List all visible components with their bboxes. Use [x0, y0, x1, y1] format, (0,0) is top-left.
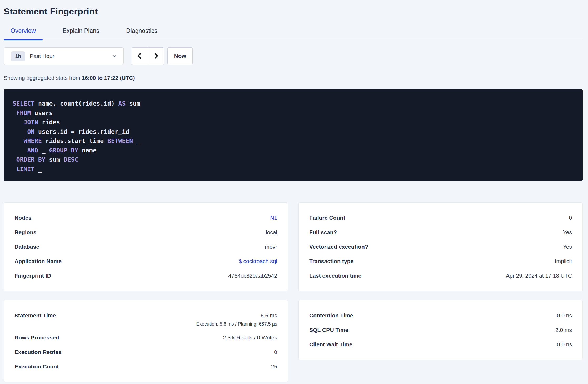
stat-row: Last execution timeApr 29, 2024 at 17:18…: [299, 268, 582, 283]
sql-code-line: ON users.id = rides.rider_id: [13, 127, 574, 137]
stat-row: Execution Count25: [4, 359, 288, 374]
sql-statement-box: SELECT name, count(rides.id) AS sum FROM…: [4, 89, 583, 181]
stat-row: Transaction typeImplicit: [299, 254, 582, 268]
sql-code-line: ORDER BY sum DESC: [13, 155, 574, 165]
statement-fingerprint-page: Statement Fingerprint OverviewExplain Pl…: [0, 6, 588, 382]
stat-value: Yes: [563, 229, 572, 235]
stat-row: Failure Count0: [299, 210, 582, 225]
sql-code: SELECT name, count(rides.id) AS sum FROM…: [13, 99, 574, 174]
stat-row: Application Name$ cockroach sql: [4, 254, 288, 268]
tab-explain-plans[interactable]: Explain Plans: [56, 27, 106, 40]
stat-row: Databasemovr: [4, 239, 288, 254]
stat-value: Yes: [563, 244, 572, 250]
tabs-bar: OverviewExplain PlansDiagnostics: [4, 27, 583, 40]
stat-value-link[interactable]: N1: [270, 215, 277, 221]
stat-value: 0.0 ns: [557, 341, 572, 348]
stat-label: Transaction type: [309, 258, 353, 264]
stat-label: Database: [14, 244, 39, 250]
tab-label: Overview: [11, 27, 36, 34]
stat-row: Contention Time0.0 ns: [299, 308, 582, 323]
stat-row: Regionslocal: [4, 225, 288, 239]
stat-subvalue: Execution: 5.8 ms / Planning: 687.5 µs: [196, 321, 277, 327]
stat-value: 25: [271, 363, 277, 370]
stat-label: Last execution time: [309, 273, 361, 279]
sql-code-line: JOIN rides: [13, 118, 574, 127]
stat-value-link[interactable]: $ cockroach sql: [239, 258, 277, 264]
timing-cards-row: Statement Time6.6 msExecution: 5.8 ms / …: [4, 300, 583, 382]
stat-label: Statement Time: [14, 308, 56, 323]
stat-label: Execution Retries: [14, 349, 62, 355]
sql-code-line: LIMIT _: [13, 165, 574, 174]
stat-value: 0: [569, 215, 572, 221]
chevron-right-icon: [153, 52, 159, 61]
tab-label: Explain Plans: [63, 27, 99, 34]
stat-value: movr: [265, 244, 277, 250]
statement-details-card: NodesN1RegionslocalDatabasemovrApplicati…: [4, 202, 288, 291]
stat-label: Full scan?: [309, 229, 337, 235]
stats-line-range: 16:00 to 17:22 (UTC): [82, 75, 135, 81]
stat-row: Rows Processed2.3 k Reads / 0 Writes: [4, 330, 288, 345]
now-button[interactable]: Now: [167, 47, 193, 65]
prev-range-button[interactable]: [131, 48, 148, 65]
stat-label: Failure Count: [309, 215, 345, 221]
wait-timing-card: Contention Time0.0 nsSQL CPU Time2.0 msC…: [298, 300, 583, 360]
stat-label: Application Name: [14, 258, 62, 264]
chevron-down-icon: [112, 53, 117, 59]
stat-value: 0.0 ns: [557, 312, 572, 319]
statement-timing-card: Statement Time6.6 msExecution: 5.8 ms / …: [4, 300, 288, 382]
next-range-button[interactable]: [148, 48, 164, 65]
tab-diagnostics[interactable]: Diagnostics: [119, 27, 164, 40]
execution-attributes-card: Failure Count0Full scan?YesVectorized ex…: [298, 202, 583, 291]
stat-value: 0: [274, 349, 277, 355]
tab-label: Diagnostics: [126, 27, 157, 34]
stat-label: Fingerprint ID: [14, 273, 51, 279]
stat-value: Implicit: [555, 258, 572, 264]
stat-label: Vectorized execution?: [309, 244, 368, 250]
time-range-arrows: [131, 47, 164, 65]
stat-value: Apr 29, 2024 at 17:18 UTC: [506, 273, 572, 279]
stat-row: NodesN1: [4, 210, 288, 225]
stat-row: Vectorized execution?Yes: [299, 239, 582, 254]
stat-label: Nodes: [14, 215, 32, 221]
stat-label: Contention Time: [309, 312, 353, 319]
stat-label: Execution Count: [14, 363, 59, 370]
time-interval-select[interactable]: 1h Past Hour: [4, 47, 124, 65]
aggregated-stats-line: Showing aggregated stats from 16:00 to 1…: [4, 75, 583, 81]
stat-value: 2.0 ms: [555, 327, 572, 333]
stat-label: Client Wait Time: [309, 341, 352, 348]
stat-row: Execution Retries0: [4, 345, 288, 359]
stat-row: Statement Time6.6 msExecution: 5.8 ms / …: [4, 308, 288, 330]
sql-code-line: FROM users: [13, 109, 574, 118]
stat-row: Full scan?Yes: [299, 225, 582, 239]
stat-row: Client Wait Time0.0 ns: [299, 337, 582, 352]
stat-value: 2.3 k Reads / 0 Writes: [223, 334, 277, 341]
stat-label: SQL CPU Time: [309, 327, 348, 333]
stat-label: Regions: [14, 229, 37, 235]
interval-badge: 1h: [11, 51, 25, 61]
details-cards-row: NodesN1RegionslocalDatabasemovrApplicati…: [4, 202, 583, 291]
sql-code-line: AND _ GROUP BY name: [13, 146, 574, 155]
sql-code-line: WHERE rides.start_time BETWEEN _: [13, 136, 574, 146]
sql-code-line: SELECT name, count(rides.id) AS sum: [13, 99, 574, 109]
stat-label: Rows Processed: [14, 334, 59, 341]
stat-row: SQL CPU Time2.0 ms: [299, 323, 582, 337]
time-toolbar: 1h Past Hour: [4, 47, 583, 65]
stats-line-prefix: Showing aggregated stats from: [4, 75, 82, 81]
stat-row: Fingerprint ID4784cb829aab2542: [4, 268, 288, 283]
tab-overview[interactable]: Overview: [4, 27, 43, 40]
chevron-left-icon: [136, 52, 143, 61]
stat-value: local: [266, 229, 277, 235]
page-title: Statement Fingerprint: [4, 6, 583, 17]
stat-value: 4784cb829aab2542: [228, 273, 277, 279]
interval-label: Past Hour: [30, 53, 54, 59]
